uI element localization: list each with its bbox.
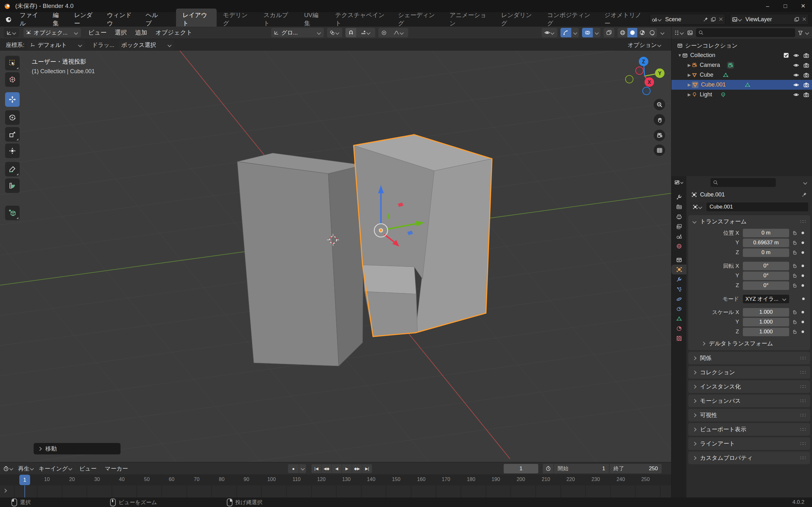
cube-001-object[interactable] [354, 135, 492, 337]
shading-wireframe-button[interactable] [618, 28, 627, 38]
tab-scene[interactable] [671, 231, 687, 241]
viewport-menu-object[interactable]: オブジェクト [151, 27, 197, 38]
collection-label[interactable]: Collection [690, 52, 715, 59]
display-mode-icon[interactable] [687, 30, 693, 36]
camera-view-button[interactable] [654, 130, 665, 141]
expand-icon[interactable]: ▶ [687, 82, 692, 87]
scene-collection-label[interactable]: シーンコレクション [685, 42, 738, 49]
transform-orientation-dropdown[interactable]: グロ... [271, 28, 324, 38]
render-camera-icon[interactable] [803, 82, 809, 88]
use-preview-range-button[interactable] [543, 464, 554, 473]
object-name-field[interactable]: Cube.001 [706, 203, 808, 211]
transform-panel-header[interactable]: トランスフォーム ∷∷ [688, 215, 810, 228]
next-keyframe-button[interactable]: ◆▶ [352, 464, 362, 473]
timeline-track[interactable] [0, 486, 671, 498]
drag-grip-icon[interactable]: ∷∷ [800, 427, 806, 432]
tab-world[interactable] [671, 241, 687, 251]
tool-move[interactable] [5, 92, 20, 107]
scene-collection-row[interactable]: シーンコレクション [671, 41, 812, 50]
viewport-menu-add[interactable]: 追加 [131, 27, 151, 38]
tab-collection[interactable] [671, 255, 687, 265]
panel-instancing[interactable]: インスタンス化∷∷ [688, 380, 810, 393]
lock-icon[interactable] [792, 283, 797, 288]
expand-icon[interactable]: ▶ [687, 72, 692, 77]
axis-minus-y-ball[interactable] [625, 75, 633, 83]
shading-rendered-button[interactable] [647, 28, 657, 38]
prev-keyframe-button[interactable]: ◀◆ [322, 464, 332, 473]
jump-to-start-button[interactable]: |◀ [311, 464, 322, 473]
mesh-data-icon[interactable] [745, 82, 751, 88]
shading-dropdown-icon[interactable] [660, 31, 664, 35]
tool-rotate[interactable] [5, 110, 20, 125]
maximize-button[interactable]: □ [776, 0, 794, 12]
hide-eye-icon[interactable] [793, 72, 799, 78]
axis-minus-x-ball[interactable] [636, 67, 643, 74]
tab-texture[interactable] [671, 333, 687, 343]
animate-dot[interactable] [802, 274, 804, 277]
drag-grip-icon[interactable]: ∷∷ [800, 412, 806, 418]
viewport-menu-select[interactable]: 選択 [111, 27, 131, 38]
keying-menu[interactable]: キーイング [39, 465, 72, 472]
outliner-row-cube-001[interactable]: ▶ Cube.001 [671, 80, 812, 90]
tab-particles[interactable] [671, 284, 687, 294]
location-x-field[interactable]: 0 m [743, 229, 789, 237]
chevron-down-icon[interactable] [805, 31, 809, 35]
outliner-editor-type-button[interactable] [674, 30, 684, 36]
tab-modifiers[interactable] [671, 274, 687, 284]
pivot-point-dropdown[interactable] [327, 28, 342, 38]
rotation-x-field[interactable]: 0° [743, 262, 789, 270]
outliner-row-light[interactable]: ▶ Light [671, 90, 812, 100]
timeline-marker-menu[interactable]: マーカー [101, 464, 132, 474]
expand-icon[interactable]: ▶ [687, 63, 692, 67]
rotation-mode-dropdown[interactable]: XYZ オイラ... [743, 295, 789, 303]
hide-eye-icon[interactable] [793, 82, 799, 88]
coord-system-dropdown[interactable]: デフォルト [28, 40, 85, 50]
editor-type-button[interactable] [4, 28, 19, 38]
gizmo-dropdown[interactable] [571, 28, 579, 38]
exclude-checkbox[interactable] [783, 53, 789, 58]
tab-material[interactable] [671, 324, 687, 333]
delta-transform-header[interactable]: デルタトランスフォーム [688, 337, 810, 350]
tool-cursor[interactable] [5, 72, 20, 87]
proportional-editing-toggle[interactable] [378, 28, 389, 38]
viewport-canvas[interactable]: ユーザー・透視投影 (1) Collection | Cube.001 [0, 51, 671, 462]
playhead-marker[interactable]: 1 [19, 475, 30, 485]
animate-dot[interactable] [802, 232, 804, 234]
outliner-row-cube[interactable]: ▶ Cube [671, 70, 812, 80]
animate-dot[interactable] [802, 284, 804, 287]
panel-relations[interactable]: 関係∷∷ [688, 352, 810, 364]
tab-object[interactable] [671, 265, 687, 274]
drag-grip-icon[interactable]: ∷∷ [800, 355, 806, 360]
hide-eye-icon[interactable] [793, 53, 799, 58]
object-label[interactable]: Cube [700, 72, 713, 78]
scale-y-field[interactable]: 1.000 [743, 318, 789, 326]
tab-constraints[interactable] [671, 304, 687, 314]
lock-icon[interactable] [792, 330, 797, 334]
drag-grip-icon[interactable]: ∷∷ [800, 455, 806, 460]
copy-scene-icon[interactable] [711, 17, 716, 22]
outliner-search-input[interactable] [696, 28, 795, 37]
drag-grip-icon[interactable]: ∷∷ [800, 370, 806, 375]
timeline-view-menu[interactable]: ビュー [75, 464, 101, 474]
object-label[interactable]: Cube.001 [701, 81, 726, 88]
properties-search-input[interactable] [711, 178, 776, 187]
tool-annotate[interactable] [5, 162, 20, 176]
remove-view-layer-icon[interactable]: ✕ [802, 16, 807, 23]
viewport-scene[interactable] [0, 51, 671, 462]
perspective-toggle-button[interactable] [654, 145, 665, 156]
drag-grip-icon[interactable]: ∷∷ [800, 441, 806, 446]
play-reverse-button[interactable]: ◀ [332, 464, 342, 473]
pin-icon[interactable] [703, 17, 708, 22]
scene-selector[interactable]: Scene ✕ [650, 14, 725, 25]
rotation-y-field[interactable]: 0° [743, 272, 789, 280]
expand-channels-icon[interactable] [3, 489, 7, 493]
proportional-falloff-dropdown[interactable] [389, 28, 408, 38]
collapse-icon[interactable]: ▼ [677, 53, 682, 58]
animate-dot[interactable] [802, 241, 804, 244]
object-label[interactable]: Camera [700, 62, 720, 68]
timeline-ruler[interactable]: 10 20 30 40 50 60 70 80 90 100 110 120 1… [0, 474, 671, 486]
cube-object[interactable] [237, 153, 364, 366]
last-operator-panel[interactable]: 移動 [34, 443, 120, 454]
shading-solid-button[interactable] [627, 28, 637, 38]
mesh-data-icon[interactable] [723, 72, 728, 78]
